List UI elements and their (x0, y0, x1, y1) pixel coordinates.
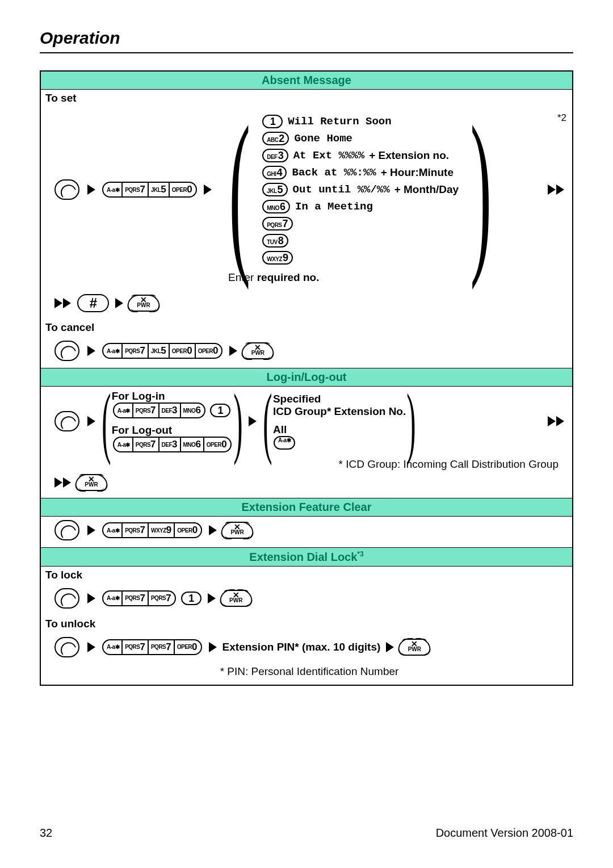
dial-lock-header: Extension Dial Lock*3 (41, 547, 572, 567)
power-icon: ✕PWR (402, 639, 427, 656)
pin-footnote: * PIN: Personal Identification Number (52, 665, 566, 678)
arrow-icon (229, 346, 237, 356)
keyrow-login: A-a✱ PQRS7 DEF3 MNO6 (113, 402, 205, 418)
page-title: Operation (40, 28, 573, 48)
for-login-label: For Log-in (112, 390, 165, 402)
power-icon: ✕PWR (245, 342, 270, 359)
enter-required-label: Enter required no. (228, 271, 566, 284)
absent-message-header: Absent Message (41, 72, 572, 90)
continue-arrow-icon (548, 184, 564, 195)
arrow-icon (208, 593, 216, 603)
arrow-icon (209, 525, 217, 535)
page-number: 32 (40, 827, 52, 840)
to-unlock-label: To unlock (41, 615, 572, 634)
offhook-icon (54, 637, 79, 657)
star-key: A-a✱ (274, 436, 295, 450)
arrow-icon (204, 184, 212, 195)
keyrow-clear: A-a✱ PQRS7 WXYZ9 OPER0 (102, 522, 202, 538)
specified-label: Specified (273, 393, 321, 405)
arrow-icon (87, 525, 95, 535)
power-icon: ✕PWR (131, 295, 156, 312)
continue-arrow-icon (54, 298, 71, 308)
continue-arrow-icon (548, 416, 564, 426)
to-lock-label: To lock (41, 567, 572, 585)
doc-version: Document Version 2008-01 (436, 827, 573, 840)
keyrow-lock: A-a✱ PQRS7 PQRS7 (102, 590, 176, 606)
arrow-icon (87, 416, 95, 426)
offhook-icon (54, 179, 79, 200)
absent-set-sequence: *2 A-a✱ PQRS7 JKL5 OPER0 ( 1 Will Return… (41, 108, 572, 291)
offhook-icon (54, 411, 79, 431)
login-logout-header: Log-in/Log-out (41, 368, 572, 387)
arrow-icon (87, 642, 95, 652)
to-cancel-label: To cancel (41, 319, 572, 337)
pin-label: Extension PIN* (max. 10 digits) (222, 641, 381, 653)
keyrow-cancel: A-a✱ PQRS7 JKL5 OPER0 OPER0 (102, 343, 222, 359)
arrow-icon (249, 416, 257, 426)
offhook-icon (54, 341, 79, 361)
power-icon: ✕PWR (79, 474, 104, 491)
dial-unlock-sequence: A-a✱ PQRS7 PQRS7 OPER0 Extension PIN* (m… (41, 634, 572, 685)
title-rule (40, 52, 573, 53)
offhook-icon (54, 520, 79, 540)
for-logout-label: For Log-out (112, 424, 173, 436)
keyrow-set: A-a✱ PQRS7 JKL5 OPER0 (102, 182, 197, 198)
login-logout-sequence: ( For Log-in A-a✱ PQRS7 DEF3 MNO6 1 For (41, 387, 572, 498)
arrow-icon (87, 593, 95, 603)
power-icon: ✕PWR (224, 590, 249, 607)
arrow-icon (115, 298, 123, 308)
continue-arrow-icon (54, 477, 71, 488)
arrow-icon (386, 642, 394, 652)
dial-lock-sequence: A-a✱ PQRS7 PQRS7 1 ✕PWR (41, 585, 572, 615)
to-set-label: To set (41, 90, 572, 108)
arrow-icon (209, 642, 217, 652)
arrow-icon (87, 184, 95, 195)
hash-key: # (77, 294, 109, 312)
keyrow-unlock: A-a✱ PQRS7 PQRS7 OPER0 (102, 639, 202, 655)
icd-group-label: ICD Group* Extension No. (273, 405, 406, 417)
icd-footnote: * ICD Group: Incoming Call Distribution … (52, 458, 566, 471)
absent-cancel-sequence: A-a✱ PQRS7 JKL5 OPER0 OPER0 ✕PWR (41, 337, 572, 368)
key-1: 1 (210, 404, 230, 417)
footer: 32 Document Version 2008-01 (40, 827, 573, 840)
feature-clear-sequence: A-a✱ PQRS7 WXYZ9 OPER0 ✕PWR (41, 517, 572, 547)
message-options-group: ( 1 Will Return Soon ABC2 Gone Home DEF3… (217, 111, 503, 268)
key-1: 1 (181, 592, 201, 605)
power-icon: ✕PWR (225, 522, 250, 539)
arrow-icon (87, 346, 95, 356)
absent-set-end: # ✕PWR (41, 291, 572, 319)
operations-table: Absent Message To set *2 A-a✱ PQRS7 JKL5… (40, 70, 573, 686)
offhook-icon (54, 588, 79, 609)
keyrow-logout: A-a✱ PQRS7 DEF3 MNO6 OPER0 (113, 437, 232, 452)
feature-clear-header: Extension Feature Clear (41, 498, 572, 517)
footnote-star2: *2 (557, 112, 566, 124)
all-label: All (273, 423, 287, 435)
